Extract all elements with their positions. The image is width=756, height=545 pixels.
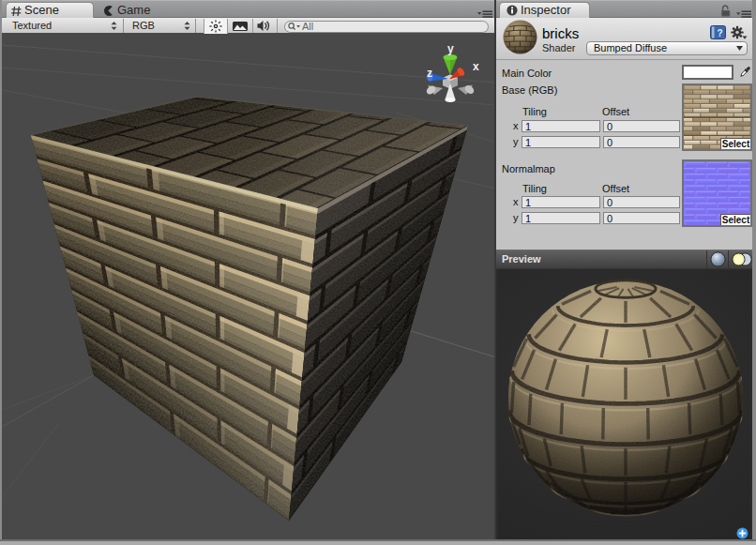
svg-text:z: z: [427, 67, 432, 80]
svg-text:?: ?: [718, 28, 723, 38]
svg-text:x: x: [473, 60, 479, 73]
svg-text:y: y: [447, 42, 454, 55]
